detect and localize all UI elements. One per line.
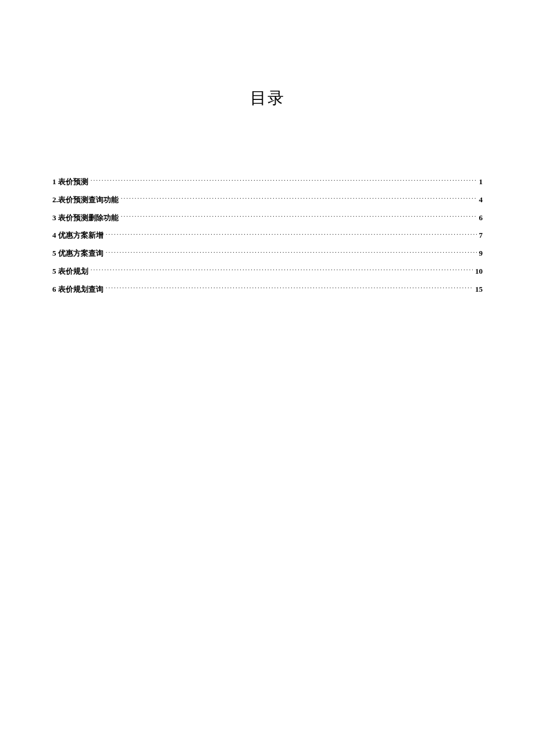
toc-page: 4 — [479, 194, 483, 206]
toc-entry: 3 表价预测删除功能 6 — [52, 212, 483, 224]
toc-leader — [121, 195, 477, 202]
toc-leader — [91, 266, 473, 274]
toc-leader — [121, 213, 477, 220]
toc-page: 15 — [475, 284, 483, 296]
toc-entry: 5 优惠方案查询 9 — [52, 248, 483, 260]
toc-leader — [106, 248, 477, 256]
toc-page: 1 — [479, 176, 483, 188]
toc-entry: 5 表价规划 10 — [52, 266, 483, 278]
toc-label: 3 表价预测删除功能 — [52, 212, 119, 224]
toc-entry: 1 表价预测 1 — [52, 176, 483, 188]
toc-leader — [106, 230, 477, 238]
toc-label: 5 表价规划 — [52, 266, 88, 278]
toc-entry: 6 表价规划查询 15 — [52, 284, 483, 296]
toc-page: 6 — [479, 212, 483, 224]
toc-label: 6 表价规划查询 — [52, 284, 104, 296]
toc-page: 7 — [479, 230, 483, 242]
toc-label: 2.表价预测查询功能 — [52, 194, 119, 206]
toc-entry: 2.表价预测查询功能 4 — [52, 194, 483, 206]
toc-entry: 4 优惠方案新增 7 — [52, 230, 483, 242]
toc-page: 9 — [479, 248, 483, 260]
toc-label: 1 表价预测 — [52, 176, 88, 188]
toc-leader — [91, 177, 477, 184]
toc-leader — [106, 284, 473, 292]
toc-label: 4 优惠方案新增 — [52, 230, 104, 242]
page-title: 目录 — [52, 87, 483, 109]
toc-list: 1 表价预测 1 2.表价预测查询功能 4 3 表价预测删除功能 6 4 优惠方… — [52, 176, 483, 296]
toc-page: 10 — [475, 266, 483, 278]
toc-label: 5 优惠方案查询 — [52, 248, 104, 260]
